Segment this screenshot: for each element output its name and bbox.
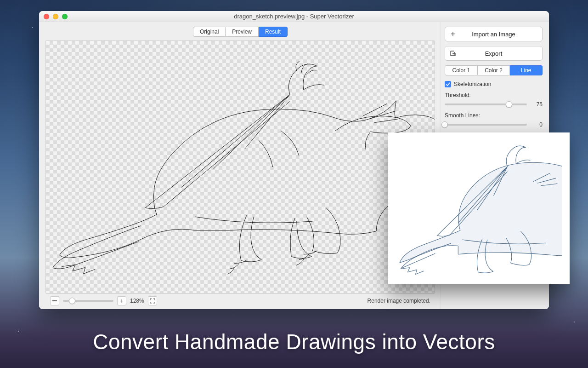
main-panel: Original Preview Result bbox=[39, 22, 441, 309]
smooth-knob[interactable] bbox=[441, 121, 448, 128]
threshold-row: Threshold: 75 bbox=[445, 92, 543, 108]
original-sketch-preview bbox=[388, 132, 570, 284]
view-tabs: Original Preview Result bbox=[45, 27, 435, 37]
smooth-value: 0 bbox=[531, 121, 543, 128]
canvas[interactable] bbox=[45, 40, 435, 293]
tab-result[interactable]: Result bbox=[259, 27, 288, 37]
status-text: Render image completed. bbox=[368, 298, 430, 304]
zoom-in-button[interactable]: + bbox=[117, 296, 126, 305]
export-button-label: Export bbox=[458, 50, 542, 57]
fit-to-screen-button[interactable] bbox=[148, 296, 157, 305]
export-button[interactable]: Export bbox=[445, 46, 543, 61]
skeletonization-checkbox[interactable]: Skeletonization bbox=[445, 81, 543, 87]
smooth-label: Smooth Lines: bbox=[445, 112, 543, 119]
mode-color2[interactable]: Color 2 bbox=[478, 65, 510, 75]
fit-icon bbox=[150, 298, 155, 304]
import-button[interactable]: + Import an Image bbox=[445, 27, 543, 41]
mode-tabs: Color 1 Color 2 Line bbox=[445, 65, 543, 75]
skeletonization-label: Skeletonization bbox=[454, 81, 491, 87]
zoom-out-button[interactable] bbox=[50, 296, 59, 305]
smooth-row: Smooth Lines: 0 bbox=[445, 112, 543, 128]
smooth-slider[interactable] bbox=[445, 124, 527, 126]
threshold-label: Threshold: bbox=[445, 92, 543, 98]
tab-preview[interactable]: Preview bbox=[226, 27, 259, 37]
marketing-tagline: Convert Handmade Drawings into Vectors bbox=[0, 329, 588, 354]
mode-color1[interactable]: Color 1 bbox=[445, 65, 478, 75]
threshold-value: 75 bbox=[531, 101, 543, 108]
minus-icon bbox=[52, 300, 57, 301]
bottom-toolbar: + 128% Render image completed. bbox=[45, 293, 435, 307]
vector-result-artwork bbox=[46, 41, 435, 293]
zoom-slider-knob[interactable] bbox=[69, 298, 75, 304]
window-title: dragon_sketch.preview.jpg - Super Vector… bbox=[39, 13, 549, 20]
export-icon bbox=[450, 50, 456, 57]
zoom-value: 128% bbox=[130, 298, 144, 304]
plus-icon: + bbox=[450, 31, 456, 37]
titlebar: dragon_sketch.preview.jpg - Super Vector… bbox=[39, 11, 549, 22]
mode-line[interactable]: Line bbox=[510, 65, 543, 75]
threshold-knob[interactable] bbox=[506, 101, 512, 108]
checkbox-icon bbox=[445, 81, 451, 87]
import-button-label: Import an Image bbox=[458, 31, 542, 38]
tab-original[interactable]: Original bbox=[193, 27, 226, 37]
threshold-slider[interactable] bbox=[445, 104, 527, 105]
zoom-slider[interactable] bbox=[63, 300, 113, 302]
plus-icon: + bbox=[120, 298, 124, 304]
